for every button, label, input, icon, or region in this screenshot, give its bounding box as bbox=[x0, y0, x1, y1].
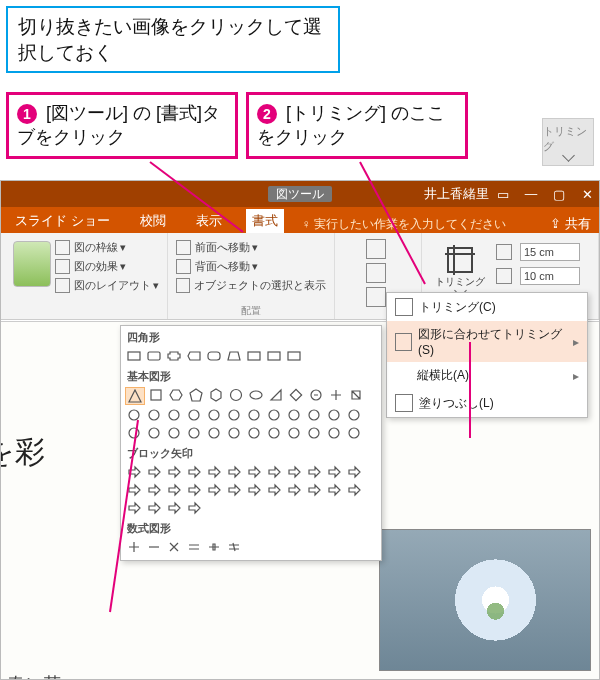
align-icon[interactable] bbox=[366, 239, 386, 259]
shape-option[interactable] bbox=[165, 407, 183, 423]
shape-option[interactable] bbox=[247, 387, 265, 403]
shape-option[interactable] bbox=[185, 348, 203, 364]
shape-option[interactable] bbox=[165, 348, 183, 364]
shape-option[interactable] bbox=[227, 387, 245, 403]
tell-me[interactable]: ♀ 実行したい作業を入力してください bbox=[302, 216, 506, 233]
shape-option[interactable] bbox=[145, 539, 163, 555]
height-field[interactable]: 15 cm bbox=[520, 243, 580, 261]
shape-option[interactable] bbox=[265, 425, 283, 441]
crop-menu-fill[interactable]: 塗りつぶし(L) bbox=[387, 389, 587, 417]
shape-option[interactable] bbox=[125, 482, 143, 498]
shape-option[interactable] bbox=[245, 407, 263, 423]
picture-style-thumb[interactable] bbox=[13, 241, 51, 287]
shape-option[interactable] bbox=[185, 482, 203, 498]
shape-option[interactable] bbox=[285, 425, 303, 441]
bring-forward[interactable]: 前面へ移動▾ bbox=[176, 240, 326, 255]
shape-option[interactable] bbox=[285, 348, 303, 364]
shape-option[interactable] bbox=[165, 539, 183, 555]
shape-option[interactable] bbox=[325, 407, 343, 423]
shape-option[interactable] bbox=[345, 425, 363, 441]
shape-option[interactable] bbox=[185, 425, 203, 441]
shape-option[interactable] bbox=[345, 482, 363, 498]
shape-option[interactable] bbox=[205, 407, 223, 423]
shape-option[interactable] bbox=[205, 348, 223, 364]
shape-option[interactable] bbox=[307, 387, 325, 403]
shape-option[interactable] bbox=[225, 407, 243, 423]
shape-option[interactable] bbox=[205, 539, 223, 555]
shape-option[interactable] bbox=[145, 464, 163, 480]
minimize-icon[interactable]: — bbox=[523, 186, 539, 202]
shape-option[interactable] bbox=[265, 464, 283, 480]
shape-option[interactable] bbox=[325, 482, 343, 498]
shape-option[interactable] bbox=[347, 387, 365, 403]
shape-option[interactable] bbox=[325, 464, 343, 480]
group-icon[interactable] bbox=[366, 263, 386, 283]
shape-option[interactable] bbox=[145, 482, 163, 498]
shape-option[interactable] bbox=[205, 425, 223, 441]
picture-effects[interactable]: 図の効果▾ bbox=[55, 259, 159, 274]
shape-option[interactable] bbox=[125, 500, 143, 516]
tab-slideshow[interactable]: スライド ショー bbox=[9, 209, 116, 233]
shape-option[interactable] bbox=[125, 464, 143, 480]
tab-review[interactable]: 校閲 bbox=[134, 209, 172, 233]
shape-option[interactable] bbox=[305, 464, 323, 480]
shape-option[interactable] bbox=[285, 464, 303, 480]
shape-option[interactable] bbox=[265, 407, 283, 423]
shape-option[interactable] bbox=[245, 464, 263, 480]
shape-option[interactable] bbox=[145, 425, 163, 441]
shape-option[interactable] bbox=[185, 464, 203, 480]
maximize-icon[interactable]: ▢ bbox=[551, 186, 567, 202]
shape-option[interactable] bbox=[287, 387, 305, 403]
close-icon[interactable]: ✕ bbox=[579, 186, 595, 202]
share-button[interactable]: ⇪ 共有 bbox=[550, 215, 591, 233]
shape-option[interactable] bbox=[147, 387, 165, 403]
shape-option[interactable] bbox=[245, 482, 263, 498]
crop-menu-aspect[interactable]: 縦横比(A)▸ bbox=[387, 362, 587, 389]
shape-option[interactable] bbox=[165, 482, 183, 498]
rotate-icon[interactable] bbox=[366, 287, 386, 307]
shape-option[interactable] bbox=[185, 407, 203, 423]
picture-border[interactable]: 図の枠線▾ bbox=[55, 240, 159, 255]
shape-option[interactable] bbox=[225, 539, 243, 555]
shape-option[interactable] bbox=[305, 425, 323, 441]
shape-option[interactable] bbox=[327, 387, 345, 403]
selection-pane[interactable]: オブジェクトの選択と表示 bbox=[176, 278, 326, 293]
shape-option[interactable] bbox=[305, 407, 323, 423]
shape-option[interactable] bbox=[165, 500, 183, 516]
shape-option[interactable] bbox=[205, 482, 223, 498]
shape-option[interactable] bbox=[267, 387, 285, 403]
shape-option[interactable] bbox=[125, 348, 143, 364]
shape-option[interactable] bbox=[305, 482, 323, 498]
send-backward[interactable]: 背面へ移動▾ bbox=[176, 259, 326, 274]
shape-option[interactable] bbox=[245, 425, 263, 441]
shape-option[interactable] bbox=[325, 425, 343, 441]
shape-option[interactable] bbox=[225, 348, 243, 364]
shape-option[interactable] bbox=[207, 387, 225, 403]
shape-option[interactable] bbox=[165, 425, 183, 441]
shape-option[interactable] bbox=[345, 464, 363, 480]
shape-option[interactable] bbox=[125, 387, 145, 405]
crop-menu-crop[interactable]: トリミング(C) bbox=[387, 293, 587, 321]
shape-option[interactable] bbox=[245, 348, 263, 364]
shape-option[interactable] bbox=[125, 539, 143, 555]
shape-option[interactable] bbox=[345, 407, 363, 423]
shape-option[interactable] bbox=[145, 348, 163, 364]
ribbon-options-icon[interactable]: ▭ bbox=[495, 186, 511, 202]
shape-option[interactable] bbox=[187, 387, 205, 403]
picture-layout[interactable]: 図のレイアウト▾ bbox=[55, 278, 159, 293]
shape-option[interactable] bbox=[265, 482, 283, 498]
shape-option[interactable] bbox=[285, 407, 303, 423]
shape-option[interactable] bbox=[225, 464, 243, 480]
shape-option[interactable] bbox=[185, 500, 203, 516]
crop-menu-shape[interactable]: 図形に合わせてトリミング(S)▸ bbox=[387, 321, 587, 362]
shape-option[interactable] bbox=[225, 482, 243, 498]
shape-option[interactable] bbox=[145, 407, 163, 423]
shape-option[interactable] bbox=[125, 425, 143, 441]
tab-format[interactable]: 書式 bbox=[246, 209, 284, 233]
shape-option[interactable] bbox=[165, 464, 183, 480]
shape-option[interactable] bbox=[265, 348, 283, 364]
shape-option[interactable] bbox=[205, 464, 223, 480]
slide-selected-image[interactable] bbox=[379, 529, 591, 671]
shape-option[interactable] bbox=[185, 539, 203, 555]
width-field[interactable]: 10 cm bbox=[520, 267, 580, 285]
